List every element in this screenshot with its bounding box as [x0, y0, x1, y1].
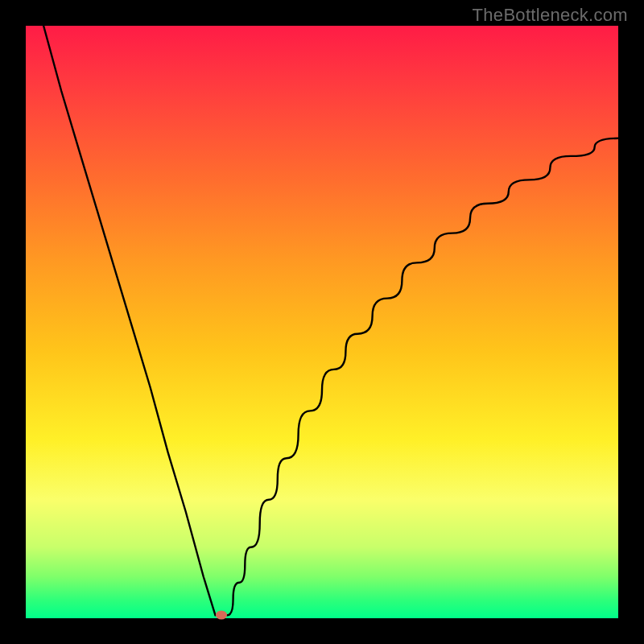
bottleneck-curve — [26, 26, 618, 618]
optimal-point-marker — [216, 611, 227, 620]
gradient-plot-area — [26, 26, 618, 618]
watermark-text: TheBottleneck.com — [473, 5, 628, 26]
